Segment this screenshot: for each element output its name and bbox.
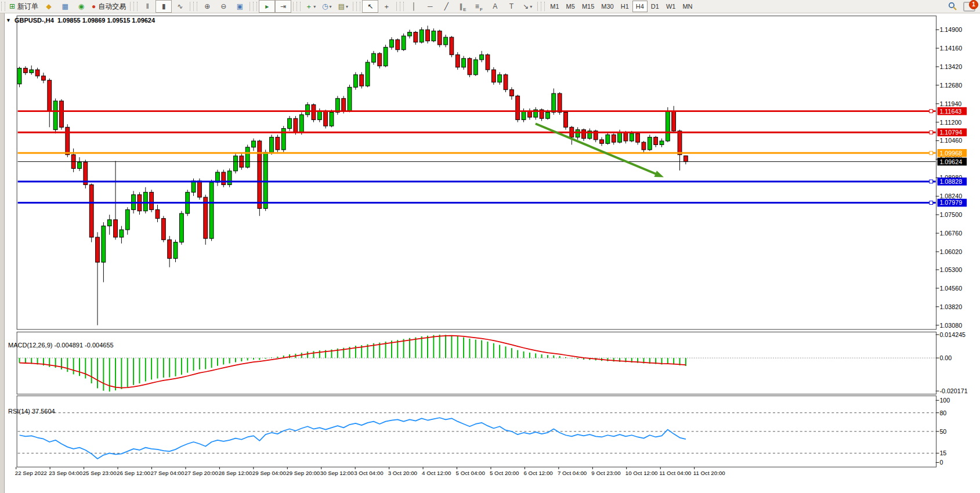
candle-body: [444, 37, 448, 45]
hline-endpoint-handle[interactable]: [930, 130, 933, 134]
equidistant-channel-button[interactable]: ∥E: [454, 0, 471, 13]
timeframe-H1-button[interactable]: H1: [617, 1, 632, 12]
candle-body: [312, 105, 316, 120]
chart-profiles-button[interactable]: ◆: [41, 0, 57, 13]
timeframe-D1-button[interactable]: D1: [648, 1, 663, 12]
hline-endpoint-handle[interactable]: [930, 180, 933, 183]
horizontal-line-icon: ─: [428, 3, 433, 10]
tile-windows-button[interactable]: ▣: [232, 0, 248, 13]
candle-body: [420, 30, 424, 42]
chart-title-row: ▼ GBPUSD-,H4 1.09855 1.09869 1.09515 1.0…: [6, 17, 155, 24]
candle-body: [270, 137, 274, 153]
cursor-button[interactable]: ↖: [362, 0, 378, 13]
vertical-line-button[interactable]: │: [406, 0, 422, 13]
indicators-dropdown-caret[interactable]: ▾: [313, 4, 316, 9]
timeframe-W1-button[interactable]: W1: [663, 1, 679, 12]
candle-body: [107, 220, 111, 226]
price-axis-label: 1.05300: [939, 266, 962, 273]
candle-body: [161, 219, 165, 240]
macd-axis-label: -0.020171: [939, 387, 967, 394]
data-window-button[interactable]: ▦: [57, 0, 73, 13]
timeframe-M5-button[interactable]: M5: [563, 1, 578, 12]
macd-pane-background[interactable]: [17, 332, 936, 394]
line-chart-button[interactable]: ∿: [172, 0, 188, 13]
timeframe-M15-button[interactable]: M15: [578, 1, 598, 12]
indicators-button[interactable]: ＋▾: [302, 0, 319, 13]
cursor-icon: ↖: [367, 3, 373, 10]
periods-button[interactable]: ◷▾: [319, 0, 335, 13]
price-axis-label: 1.10460: [939, 137, 962, 144]
candle-body: [102, 226, 106, 263]
periods-dropdown-caret[interactable]: ▾: [330, 4, 332, 9]
search-icon[interactable]: [948, 2, 957, 11]
arrows-button[interactable]: ↘▾: [519, 0, 536, 13]
candle-body: [672, 111, 676, 131]
price-axis-label: 1.06760: [939, 230, 962, 237]
toolbar-separator: [130, 2, 131, 11]
candle-body: [437, 31, 442, 45]
candle-body: [317, 111, 321, 119]
toolbar-grip[interactable]: [356, 2, 360, 11]
toolbar-grip[interactable]: [133, 2, 138, 11]
candle-body: [654, 137, 658, 145]
timeframe-M1-button[interactable]: M1: [547, 1, 562, 12]
auto-scroll-button[interactable]: ▸: [259, 0, 275, 13]
crosshair-button[interactable]: ＋: [378, 0, 395, 13]
text-icon: A: [493, 3, 497, 10]
chart-shift-button[interactable]: ⇥: [275, 0, 291, 13]
zoom-out-button[interactable]: ⊖: [215, 0, 232, 13]
chart-canvas[interactable]: 1.149001.141601.134201.126801.119401.112…: [0, 13, 980, 493]
toolbar-grip[interactable]: [1, 2, 5, 11]
timeframe-H4-button[interactable]: H4: [632, 1, 648, 12]
trend-line-button[interactable]: ╱: [438, 0, 454, 13]
price-axis-label: 1.12680: [939, 82, 962, 89]
text-label-button[interactable]: T: [503, 0, 519, 13]
new-order-button[interactable]: ⊞新订单: [7, 0, 41, 13]
chart-window: 1.149001.141601.134201.126801.119401.112…: [0, 13, 980, 493]
one-click-trading-toggle[interactable]: ▼: [6, 17, 11, 23]
zoom-in-button[interactable]: ⊕: [199, 0, 215, 13]
candle-body: [630, 133, 634, 141]
time-axis[interactable]: 22 Sep 202223 Sep 04:0025 Sep 23:0026 Se…: [15, 467, 726, 476]
auto-trading-button[interactable]: ●自动交易: [89, 0, 128, 13]
candle-body: [582, 130, 586, 139]
price-axis[interactable]: 1.149001.141601.134201.126801.119401.112…: [936, 26, 963, 328]
horizontal-line-button[interactable]: ─: [422, 0, 438, 13]
hline-endpoint-handle[interactable]: [930, 151, 933, 155]
candle-body: [455, 55, 460, 67]
arrows-icon: ↘: [523, 3, 529, 10]
templates-icon: ▤: [338, 3, 345, 10]
community-notifications-icon[interactable]: 1: [963, 2, 975, 12]
candle-body: [288, 118, 292, 128]
vertical-line-icon: │: [412, 3, 417, 10]
toolbar-grip[interactable]: [400, 2, 404, 11]
indicators-icon: ＋: [305, 3, 312, 10]
hline-price-badge: 1.08828: [938, 177, 967, 186]
fibonacci-button[interactable]: ≡F: [471, 0, 487, 13]
bar-chart-button[interactable]: ‖: [139, 0, 156, 13]
timeframe-MN-button[interactable]: MN: [679, 1, 696, 12]
rsi-axis-label: 100: [939, 397, 950, 404]
candle-body: [426, 30, 430, 41]
candle-body: [150, 192, 154, 209]
toolbar-grip[interactable]: [253, 2, 257, 11]
timeframe-M30-button[interactable]: M30: [598, 1, 617, 12]
time-axis-label: 22 Sep 2022: [15, 470, 47, 476]
templates-dropdown-caret[interactable]: ▾: [346, 4, 348, 9]
toolbar-grip[interactable]: [193, 2, 197, 11]
arrows-dropdown-caret[interactable]: ▾: [530, 4, 532, 9]
text-button[interactable]: A: [487, 0, 503, 13]
hline-endpoint-handle[interactable]: [930, 110, 933, 113]
templates-button[interactable]: ▤▾: [335, 0, 351, 13]
candle-body: [197, 181, 201, 197]
candle-body: [480, 55, 484, 60]
new-order-label: 新订单: [17, 2, 38, 12]
hline-endpoint-handle[interactable]: [930, 201, 933, 205]
candle-body: [558, 93, 562, 112]
signals-button[interactable]: ◉: [73, 0, 89, 13]
fibonacci-sub-label: F: [480, 7, 483, 12]
toolbar-grip[interactable]: [541, 2, 545, 11]
toolbar-grip[interactable]: [296, 2, 301, 11]
candlestick-chart-button[interactable]: ▮: [156, 0, 172, 13]
notification-count-badge[interactable]: 1: [969, 0, 978, 9]
